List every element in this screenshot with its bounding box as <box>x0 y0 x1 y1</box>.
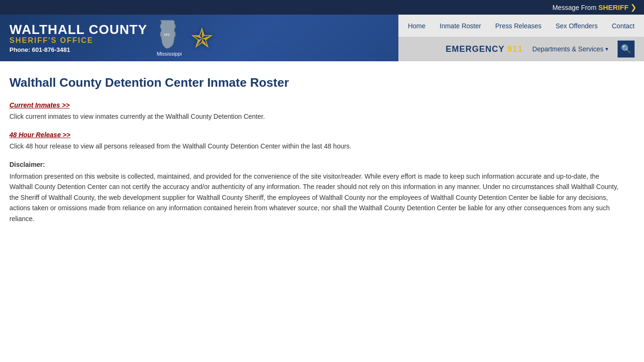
current-inmates-link[interactable]: Current Inmates >> <box>9 101 70 109</box>
dept-services-label: Departments & Services <box>532 45 603 53</box>
nav-contact[interactable]: Contact <box>612 22 635 30</box>
secondary-nav: EMERGENCY 911 Departments & Services ▾ 🔍 <box>398 37 644 61</box>
badge-area: MS Mississippi ✯ <box>157 19 217 57</box>
county-name: WALTHALL COUNTY <box>9 23 147 36</box>
disclaimer-heading: Disclaimer: <box>9 161 622 168</box>
message-prefix: Message From <box>553 4 596 11</box>
primary-nav: Home Inmate Roster Press Releases Sex Of… <box>398 15 644 37</box>
phone-label: Phone: <box>9 46 30 53</box>
48-hour-release-link[interactable]: 48 Hour Release >> <box>9 131 70 139</box>
top-bar: Message From SHERIFF ❯ <box>0 0 644 15</box>
nav-home[interactable]: Home <box>408 22 425 30</box>
48-hour-release-description: Click 48 hour release to view all person… <box>9 141 622 151</box>
sheriff-arrow: ❯ <box>630 3 636 11</box>
header-right: Home Inmate Roster Press Releases Sex Of… <box>398 15 644 61</box>
emergency-label: EMERGENCY <box>446 44 504 54</box>
svg-text:MS: MS <box>164 33 170 37</box>
nav-inmate-roster[interactable]: Inmate Roster <box>440 22 481 30</box>
page-title: Walthall County Detention Center Inmate … <box>9 75 622 90</box>
state-label: Mississippi <box>157 51 182 57</box>
sheriffs-office-label: SHERIFF'S OFFICE <box>9 36 147 45</box>
site-header: WALTHALL COUNTY SHERIFF'S OFFICE Phone: … <box>0 15 644 61</box>
phone-number: 601-876-3481 <box>32 46 70 53</box>
nav-press-releases[interactable]: Press Releases <box>495 22 541 30</box>
sheriff-label: SHERIFF <box>598 3 628 11</box>
disclaimer-text: Information presented on this website is… <box>9 171 622 224</box>
logo-text: WALTHALL COUNTY SHERIFF'S OFFICE Phone: … <box>9 23 147 53</box>
main-content: Walthall County Detention Center Inmate … <box>0 61 632 243</box>
search-button[interactable]: 🔍 <box>618 41 635 58</box>
phone-info: Phone: 601-876-3481 <box>9 46 147 53</box>
emergency-number: 911 <box>507 44 523 54</box>
current-inmates-description: Click current inmates to view inmates cu… <box>9 112 622 122</box>
chevron-down-icon: ▾ <box>605 46 608 52</box>
star-icon: ✯ <box>190 25 214 52</box>
header-left: WALTHALL COUNTY SHERIFF'S OFFICE Phone: … <box>0 15 227 61</box>
nav-sex-offenders[interactable]: Sex Offenders <box>556 22 598 30</box>
ms-state-shape: MS Mississippi <box>157 19 182 57</box>
emergency-box: EMERGENCY 911 <box>446 44 523 54</box>
search-icon: 🔍 <box>621 44 631 54</box>
sheriff-badge: ✯ <box>187 23 217 53</box>
departments-services-button[interactable]: Departments & Services ▾ <box>532 45 608 53</box>
